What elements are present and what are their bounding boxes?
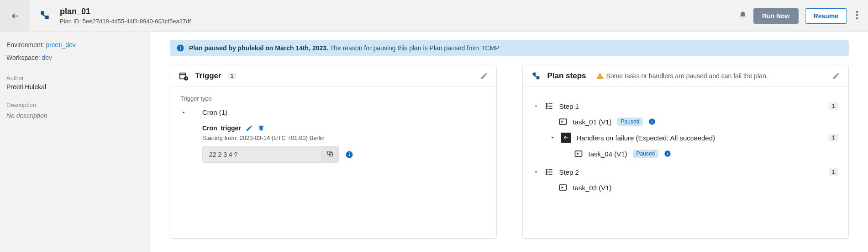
warning-icon <box>596 72 604 80</box>
author-name: Preeti Hulekal <box>6 83 144 91</box>
cron-info-button[interactable] <box>345 150 353 159</box>
svg-rect-13 <box>600 75 600 77</box>
svg-point-12 <box>349 152 350 153</box>
svg-point-21 <box>652 120 652 121</box>
step-2-count: 1 <box>829 168 838 176</box>
paused-badge: Paused <box>617 118 643 126</box>
divider <box>6 68 25 68</box>
svg-point-0 <box>856 11 858 13</box>
copy-cron-button[interactable] <box>321 146 338 162</box>
task-04-name: task_04 (V1) <box>589 150 627 158</box>
cron-expression: 22 2 3 4 ? <box>203 147 321 162</box>
svg-rect-4 <box>180 48 181 50</box>
back-button[interactable] <box>0 0 30 32</box>
task-row-task01[interactable]: task_01 (V1) Paused <box>533 114 839 129</box>
title-block: plan_01 Plan ID: 5ee27d18-4d55-44f3-8940… <box>60 7 739 25</box>
trigger-name: Cron_trigger <box>202 124 241 132</box>
handlers-count: 1 <box>829 134 838 141</box>
step-list-icon <box>545 102 554 111</box>
svg-point-2 <box>856 17 858 19</box>
task-row-task04[interactable]: task_04 (V1) Paused <box>533 146 839 161</box>
task-icon <box>558 117 568 126</box>
svg-point-14 <box>600 77 600 78</box>
kebab-icon <box>856 11 858 19</box>
trigger-panel-header: Trigger 1 <box>170 65 496 87</box>
pause-banner: Plan paused by phulekal on March 14th, 2… <box>170 40 849 56</box>
copy-icon <box>326 150 334 157</box>
chevron-down-icon[interactable] <box>549 134 556 141</box>
workspace-link[interactable]: dev <box>42 54 53 61</box>
steps-icon <box>531 71 541 81</box>
chevron-down-icon[interactable] <box>533 169 539 175</box>
content: Environment: preeti_dev Workspace: dev A… <box>0 32 868 252</box>
trigger-icon <box>179 71 189 81</box>
handlers-row: Handlers on failure (Expected: All succe… <box>533 129 839 146</box>
steps-warning: Some tasks or handlers are paused and ca… <box>596 72 768 80</box>
description-label: Description <box>6 102 144 108</box>
svg-point-15 <box>546 103 547 105</box>
steps-panel: Plan steps Some tasks or handlers are pa… <box>522 65 849 239</box>
step-1-label: Step 1 <box>559 102 824 110</box>
svg-point-16 <box>546 106 547 107</box>
step-2-label: Step 2 <box>559 168 824 176</box>
svg-rect-20 <box>652 121 652 123</box>
trigger-name-row: Cron_trigger <box>202 124 486 132</box>
svg-point-26 <box>546 169 547 171</box>
main: Plan paused by phulekal on March 14th, 2… <box>151 32 868 252</box>
steps-body: Step 1 1 task_01 (V1) Paused <box>523 87 849 203</box>
trigger-count: 1 <box>228 73 237 79</box>
arrow-left-icon <box>11 11 20 21</box>
edit-trigger-button[interactable] <box>480 72 488 80</box>
svg-point-28 <box>546 174 547 175</box>
workspace-row: Workspace: dev <box>6 54 144 61</box>
steps-panel-header: Plan steps Some tasks or handlers are pa… <box>523 65 849 87</box>
step-list-icon <box>545 167 554 177</box>
svg-point-5 <box>180 46 181 47</box>
delete-trigger-button[interactable] <box>258 124 265 132</box>
edit-trigger-name-button[interactable] <box>246 124 253 132</box>
steps-title: Plan steps <box>547 71 586 80</box>
plan-title: plan_01 <box>60 7 739 17</box>
step-row-1: Step 1 1 <box>533 98 839 114</box>
trigger-title: Trigger <box>195 71 221 80</box>
task-row-task03[interactable]: task_03 (V1) <box>533 180 839 195</box>
header-actions: Run Now Resume <box>739 8 861 24</box>
step-row-2: Step 2 1 <box>533 164 839 180</box>
more-menu-button[interactable] <box>853 8 861 23</box>
svg-point-27 <box>546 172 547 173</box>
resume-button[interactable]: Resume <box>805 8 847 24</box>
task-03-name: task_03 (V1) <box>573 184 612 192</box>
cron-group-label: Cron (1) <box>202 108 227 116</box>
info-icon <box>176 44 184 52</box>
cron-group-row: Cron (1) <box>180 107 486 118</box>
svg-point-1 <box>856 14 858 16</box>
svg-point-25 <box>667 152 668 153</box>
author-label: Author <box>6 75 144 81</box>
paused-badge: Paused <box>633 150 659 158</box>
cron-expression-box: 22 2 3 4 ? <box>202 146 339 163</box>
handler-icon <box>561 133 571 143</box>
trigger-body: Trigger type Cron (1) Cron_trigger Start… <box>170 87 496 171</box>
plan-subtitle: Plan ID: 5ee27d18-4d55-44f3-8940-603cf5e… <box>60 18 739 25</box>
notifications-button[interactable] <box>739 11 747 21</box>
task-info-button[interactable] <box>648 118 656 125</box>
task-info-button[interactable] <box>664 150 671 157</box>
edit-steps-button[interactable] <box>832 72 840 80</box>
environment-row: Environment: preeti_dev <box>6 41 144 48</box>
step-1-count: 1 <box>829 102 838 110</box>
task-icon <box>574 149 583 158</box>
plan-icon <box>39 9 51 22</box>
panels: Trigger 1 Trigger type Cron (1) Cron_tri… <box>170 65 849 239</box>
description-empty: No description <box>6 112 144 119</box>
svg-point-17 <box>546 108 547 109</box>
starting-from: Starting from: 2023-03-14 (UTC +01:00) B… <box>202 134 486 141</box>
svg-rect-11 <box>349 154 350 156</box>
environment-link[interactable]: preeti_dev <box>46 41 75 48</box>
svg-rect-24 <box>668 153 668 155</box>
cron-expression-row: 22 2 3 4 ? <box>202 146 486 163</box>
task-icon <box>558 183 568 192</box>
chevron-down-icon[interactable] <box>180 109 187 116</box>
chevron-down-icon[interactable] <box>533 103 539 109</box>
sidebar: Environment: preeti_dev Workspace: dev A… <box>0 32 151 252</box>
run-now-button[interactable]: Run Now <box>753 8 799 24</box>
